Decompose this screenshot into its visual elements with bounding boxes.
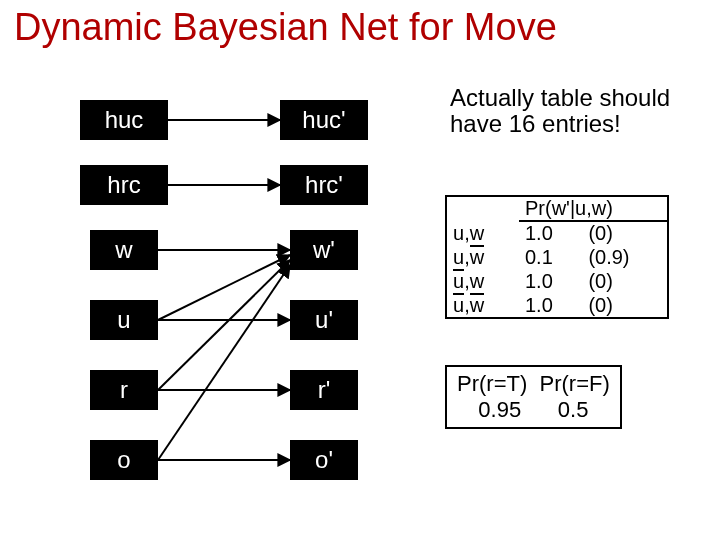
cpt-r0-u: u (453, 222, 464, 244)
node-w: w (90, 230, 158, 270)
pr-r-box: Pr(r=T) Pr(r=F) 0.95 0.5 (445, 365, 622, 429)
cpt-r1-u: u (453, 246, 464, 268)
pr-r-t-val: 0.95 (478, 397, 521, 422)
node-w-p: w' (290, 230, 358, 270)
node-huc: huc (80, 100, 168, 140)
cpt-r0-q: (0) (582, 221, 667, 245)
svg-line-8 (158, 265, 290, 460)
pr-r-t-label: Pr(r=T) (457, 371, 527, 396)
node-r-p: r' (290, 370, 358, 410)
cpt-r0-p: 1.0 (519, 221, 582, 245)
cpt-r2-w: w (470, 270, 484, 292)
cpt-header: Pr(w'|u,w) (519, 197, 667, 221)
cpt-r3-w: w (470, 293, 484, 314)
pr-r-f-label: Pr(r=F) (540, 371, 610, 396)
cpt-r1-w: w (470, 245, 484, 266)
node-u-p: u' (290, 300, 358, 340)
cpt-r1-p: 0.1 (519, 245, 582, 269)
node-u: u (90, 300, 158, 340)
pr-r-f-val: 0.5 (558, 397, 589, 422)
cpt-r3-u: u (453, 293, 464, 314)
cpt-r2-u: u (453, 269, 464, 290)
node-hrc-p: hrc' (280, 165, 368, 205)
cpt-r2-q: (0) (582, 269, 667, 293)
node-huc-p: huc' (280, 100, 368, 140)
cpt-r0-w: w (470, 222, 484, 244)
svg-line-6 (158, 255, 290, 320)
node-o: o (90, 440, 158, 480)
node-o-p: o' (290, 440, 358, 480)
cpt-r3-p: 1.0 (519, 293, 582, 317)
note-text: Actually table should have 16 entries! (450, 85, 680, 138)
node-r: r (90, 370, 158, 410)
cpt-r2-p: 1.0 (519, 269, 582, 293)
page-title: Dynamic Bayesian Net for Move (14, 6, 557, 49)
cpt-r3-q: (0) (582, 293, 667, 317)
svg-line-7 (158, 260, 290, 390)
node-hrc: hrc (80, 165, 168, 205)
cpt-table: Pr(w'|u,w) u,w 1.0 (0) u,w 0.1 (0.9) u,w… (445, 195, 669, 319)
cpt-r1-q: (0.9) (582, 245, 667, 269)
